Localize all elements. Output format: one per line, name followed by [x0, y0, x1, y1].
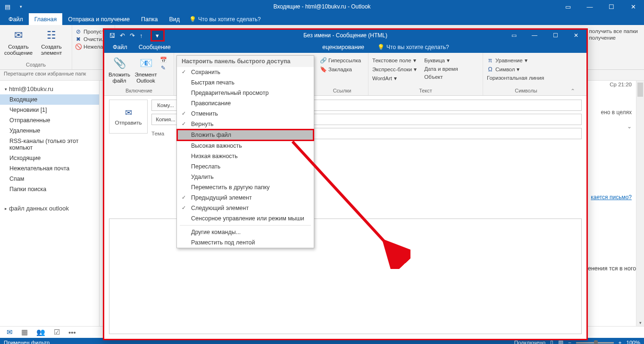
calendar-icon[interactable]: ▦	[21, 328, 28, 336]
compose-ribbon-display-icon[interactable]: ▭	[503, 30, 524, 41]
tab-file[interactable]: Файл	[3, 13, 29, 25]
menu-next-item[interactable]: Следующий элемент	[177, 203, 314, 213]
menu-more-commands[interactable]: Другие команды...	[177, 227, 314, 237]
compose-tell-me[interactable]: 💡Что вы хотите сделать?	[377, 44, 449, 50]
new-email-button[interactable]: ✉Создать сообщение	[3, 26, 34, 56]
tasks-icon[interactable]: ☑	[54, 328, 60, 336]
tab-view[interactable]: Вид	[163, 13, 185, 25]
menu-attach-file[interactable]: Вложить файл	[176, 129, 314, 141]
bookmark-button[interactable]: 🔖Закладка	[319, 66, 362, 73]
reading-link[interactable]: кается письмо?	[591, 194, 632, 201]
menu-quickprint[interactable]: Быстрая печать	[177, 77, 314, 88]
folder-spam[interactable]: Спам	[0, 174, 99, 184]
zoom-out-button[interactable]: −	[568, 340, 571, 344]
folder-outbox[interactable]: Исходящие	[0, 153, 99, 163]
new-mail-icon: ✉	[11, 28, 26, 43]
message-time: Ср 21:20	[610, 82, 632, 87]
close-button[interactable]: ✕	[622, 0, 644, 13]
account-header[interactable]: ▾html@10bukv.ru	[0, 84, 99, 94]
menu-delete[interactable]: Удалить	[177, 172, 314, 182]
send-receive-all-button[interactable]: и получить все папки	[585, 28, 638, 34]
tab-sendreceive[interactable]: Отправка и получение	[62, 13, 135, 25]
tab-home[interactable]: Главная	[29, 13, 63, 25]
tell-me[interactable]: 💡Что вы хотите сделать?	[189, 13, 261, 25]
datetime-button[interactable]: Дата и время	[423, 66, 459, 72]
compose-minimize-button[interactable]: —	[524, 30, 545, 41]
zoom-slider[interactable]	[576, 342, 614, 344]
new-items-button[interactable]: ☷Создать элемент	[36, 26, 67, 56]
compose-tab-review[interactable]: ецензирование	[317, 44, 370, 50]
symbol-icon: Ω	[487, 66, 493, 73]
group-new-label: Создать	[3, 62, 69, 69]
hline-button[interactable]: Горизонтальная линия	[486, 75, 545, 81]
maximize-button[interactable]: ☐	[601, 0, 622, 13]
reading-snippet: енения тся в ного	[588, 265, 642, 273]
people-icon[interactable]: 👥	[36, 328, 45, 336]
qat-dropdown-icon[interactable]: ▾	[16, 2, 25, 11]
hyperlink-button[interactable]: 🔗Гиперссылка	[319, 57, 362, 64]
object-button[interactable]: Объект	[423, 74, 459, 80]
ribbon-display-icon[interactable]: ▭	[557, 0, 579, 13]
menu-prev-item[interactable]: Предыдущий элемент	[177, 193, 314, 203]
chevron-down-icon[interactable]: ⌄	[627, 123, 632, 130]
tab-folder[interactable]: Папка	[135, 13, 163, 25]
menu-move[interactable]: Переместить в другую папку	[177, 182, 314, 193]
menu-separator	[180, 225, 311, 226]
more-icon[interactable]: •••	[68, 328, 76, 336]
folder-inbox[interactable]: Входящие	[0, 94, 99, 105]
wordart-button[interactable]: WordArt ▾	[371, 75, 418, 82]
compose-window: 🖫 ↶ ↷ ↑ ▾ Без имени - Сообщение (HTML) ▭…	[103, 28, 588, 340]
minimize-button[interactable]: —	[579, 0, 601, 13]
reading-scrollbar[interactable]: ▾	[636, 81, 644, 326]
folder-drafts[interactable]: Черновики [1]	[0, 105, 99, 115]
menu-forward[interactable]: Переслать	[177, 161, 314, 172]
save-icon[interactable]: 🖫	[109, 32, 115, 39]
menu-undo[interactable]: Отменить	[177, 109, 314, 119]
signature-icon[interactable]: ✎	[160, 65, 167, 71]
menu-show-below[interactable]: Разместить под лентой	[177, 237, 314, 248]
cleanup-icon: ✖	[75, 36, 82, 42]
qat-customize-button[interactable]: ▾	[151, 29, 165, 42]
undo-icon[interactable]: ↶	[120, 32, 125, 39]
menu-preview[interactable]: Предварительный просмотр	[177, 88, 314, 98]
calendar-icon[interactable]: 📅	[160, 57, 167, 63]
menu-spelling[interactable]: Правописание	[177, 98, 314, 109]
reading-pane: Ср 21:20 ено в целях ⌄ кается письмо? ен…	[583, 81, 644, 326]
folder-rss[interactable]: RSS-каналы (только этот компьют	[0, 136, 99, 153]
dropcap-button[interactable]: Буквица ▾	[423, 57, 459, 64]
junk-icon: 🚫	[75, 43, 82, 50]
folder-sent[interactable]: Отправленные	[0, 115, 99, 126]
symbol-button[interactable]: ΩСимвол ▾	[486, 66, 545, 73]
textbox-button[interactable]: Текстовое поле ▾	[371, 57, 418, 64]
cc-button[interactable]: Копия...	[151, 114, 180, 125]
datafile-header[interactable]: ▸файл данных outlook	[0, 203, 99, 214]
menu-save[interactable]: Сохранить	[177, 67, 314, 77]
compose-title: Без имени - Сообщение (HTML)	[303, 32, 387, 39]
mail-icon[interactable]: ✉	[7, 328, 13, 336]
zoom-level: 100%	[627, 340, 640, 344]
send-button[interactable]: ✉Отправить	[109, 100, 148, 134]
compose-maximize-button[interactable]: ☐	[545, 30, 566, 41]
quickparts-button[interactable]: Экспресс-блоки ▾	[371, 66, 418, 73]
ribbon-collapse-icon[interactable]: ⌃	[569, 53, 577, 95]
folder-deleted[interactable]: Удаленные	[0, 126, 99, 136]
folder-junk[interactable]: Нежелательная почта	[0, 163, 99, 174]
menu-redo[interactable]: Вернуть	[177, 119, 314, 129]
connection-status: Подключено	[514, 340, 546, 344]
zoom-in-button[interactable]: +	[619, 340, 622, 344]
equation-button[interactable]: πУравнение ▾	[486, 57, 545, 64]
menu-touch-mode[interactable]: Сенсорное управление или режим мыши	[177, 213, 314, 224]
menu-low-importance[interactable]: Низкая важность	[177, 151, 314, 161]
app-icon: ▤	[3, 2, 12, 11]
redo-icon[interactable]: ↷	[130, 32, 135, 39]
compose-tab-file[interactable]: Файл	[107, 44, 133, 50]
next-icon[interactable]: ↑	[140, 32, 143, 39]
attach-file-button[interactable]: 📎Вложить файл	[107, 54, 132, 84]
to-button[interactable]: Кому...	[151, 100, 180, 111]
menu-high-importance[interactable]: Высокая важность	[177, 141, 314, 151]
attach-item-button[interactable]: 📧Элемент Outlook	[134, 54, 158, 84]
folder-search[interactable]: Папки поиска	[0, 184, 99, 194]
compose-tab-message[interactable]: Сообщение	[133, 44, 176, 50]
compose-close-button[interactable]: ✕	[566, 30, 586, 41]
folder-nav: ▾html@10bukv.ru Входящие Черновики [1] О…	[0, 81, 100, 326]
